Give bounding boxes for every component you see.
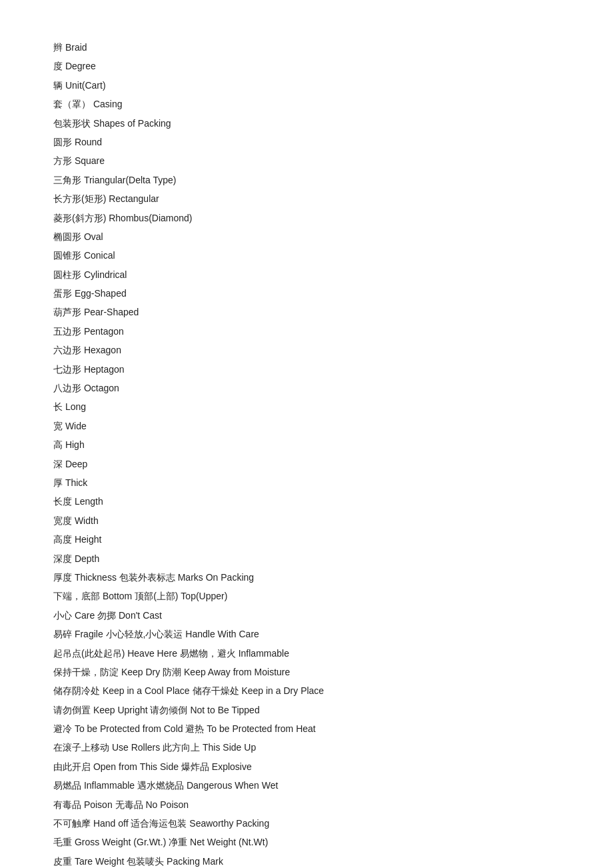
list-item: 储存阴冷处 Keep in a Cool Place 储存干燥处 Keep in… [53,683,560,698]
list-item: 请勿倒置 Keep Upright 请勿倾倒 Not to Be Tipped [53,703,560,717]
list-item: 在滚子上移动 Use Rollers 此方向上 This Side Up [53,740,560,755]
list-item: 下端，底部 Bottom 顶部(上部) Top(Upper) [53,589,560,603]
list-item: 圆柱形 Cylindrical [53,267,560,282]
list-item: 小心 Care 勿掷 Don't Cast [53,608,560,623]
list-item: 圆形 Round [53,135,560,149]
list-item: 包装形状 Shapes of Packing [53,116,560,131]
list-item: 深度 Depth [53,551,560,566]
list-item: 长 Long [53,399,560,414]
list-item: 八边形 Octagon [53,381,560,395]
list-item: 长度 Length [53,494,560,509]
list-item: 厚 Thick [53,475,560,490]
list-item: 方形 Square [53,153,560,168]
list-item: 辆 Unit(Cart) [53,78,560,93]
list-item: 椭圆形 Oval [53,229,560,244]
list-item: 三角形 Triangular(Delta Type) [53,173,560,187]
list-item: 宽 Wide [53,419,560,433]
list-item: 由此开启 Open from This Side 爆炸品 Explosive [53,759,560,774]
list-item: 套（罩） Casing [53,97,560,111]
list-item: 五边形 Pentagon [53,324,560,339]
list-item: 宽度 Width [53,513,560,528]
list-item: 厚度 Thickness 包装外表标志 Marks On Packing [53,570,560,585]
list-item: 圆锥形 Conical [53,248,560,263]
vocabulary-list: 辫 Braid度 Degree辆 Unit(Cart)套（罩） Casing包装… [53,40,560,868]
list-item: 皮重 Tare Weight 包装唛头 Packing Mark [53,854,560,868]
list-item: 易燃品 Inflammable 遇水燃烧品 Dangerous When Wet [53,778,560,793]
list-item: 高度 Height [53,532,560,547]
list-item: 菱形(斜方形) Rhombus(Diamond) [53,211,560,225]
list-item: 毛重 Gross Weight (Gr.Wt.) 净重 Net Weight (… [53,835,560,849]
list-item: 度 Degree [53,59,560,73]
list-item: 长方形(矩形) Rectangular [53,191,560,206]
list-item: 七边形 Heptagon [53,362,560,377]
list-item: 蛋形 Egg-Shaped [53,286,560,301]
list-item: 有毒品 Poison 无毒品 No Poison [53,797,560,812]
list-item: 易碎 Fragile 小心轻放,小心装运 Handle With Care [53,627,560,641]
list-item: 避冷 To be Protected from Cold 避热 To be Pr… [53,721,560,736]
list-item: 保持干燥，防淀 Keep Dry 防潮 Keep Away from Moist… [53,665,560,679]
list-item: 不可触摩 Hand off 适合海运包装 Seaworthy Packing [53,816,560,831]
list-item: 葫芦形 Pear-Shaped [53,305,560,319]
list-item: 辫 Braid [53,40,560,55]
list-item: 高 High [53,437,560,452]
list-item: 深 Deep [53,457,560,471]
list-item: 起吊点(此处起吊) Heave Here 易燃物，避火 Inflammable [53,646,560,661]
list-item: 六边形 Hexagon [53,343,560,357]
